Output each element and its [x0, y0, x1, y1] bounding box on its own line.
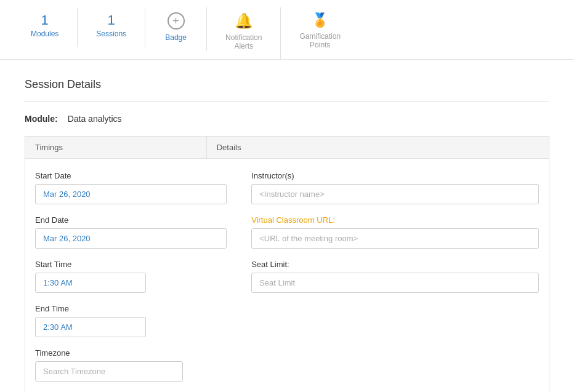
badge-label: Badge — [165, 33, 187, 42]
start-time-input[interactable] — [35, 273, 146, 293]
table-header: Timings Details — [25, 136, 549, 159]
medal-icon: 🏅 — [312, 12, 328, 28]
nav-item-badge[interactable]: + Badge — [145, 7, 207, 50]
badge-add-icon: + — [168, 12, 185, 30]
timezone-input[interactable] — [35, 361, 183, 382]
modules-count: 1 — [41, 12, 49, 28]
instructors-input[interactable] — [251, 184, 539, 204]
start-date-input[interactable] — [35, 184, 227, 204]
nav-item-modules[interactable]: 1 Modules — [12, 7, 78, 47]
details-header: Details — [207, 137, 549, 158]
end-date-input[interactable] — [35, 228, 227, 249]
sessions-label: Sessions — [96, 30, 126, 38]
seat-limit-group: Seat Limit: — [251, 260, 539, 293]
section-title: Session Details — [25, 78, 549, 91]
title-divider — [25, 101, 549, 102]
end-time-label: End Time — [35, 304, 227, 313]
timezone-group: Timezone — [35, 348, 227, 382]
start-time-group: Start Time — [35, 260, 227, 293]
modules-label: Modules — [31, 30, 59, 38]
top-nav: 1 Modules 1 Sessions + Badge 🔔 Notificat… — [0, 0, 574, 60]
end-date-group: End Date — [35, 215, 227, 249]
seat-limit-input[interactable] — [251, 273, 539, 293]
start-date-label: Start Date — [35, 171, 227, 180]
main-content: Session Details Module: Data analytics T… — [0, 60, 574, 392]
module-value: Data analytics — [68, 114, 122, 124]
nav-item-notification-alerts[interactable]: 🔔 Notification Alerts — [207, 7, 281, 59]
notification-alerts-label: Notification Alerts — [225, 33, 262, 50]
nav-item-sessions[interactable]: 1 Sessions — [78, 7, 145, 47]
nav-item-gamification-points[interactable]: 🏅 Gamification Points — [281, 7, 359, 58]
module-label: Module: — [25, 114, 58, 124]
module-row: Module: Data analytics — [25, 114, 549, 124]
virtual-url-input[interactable] — [251, 228, 539, 249]
sessions-count: 1 — [108, 12, 115, 28]
virtual-url-label: Virtual Classroom URL: — [251, 215, 539, 225]
start-date-group: Start Date — [35, 171, 227, 204]
instructors-label: Instructor(s) — [251, 171, 539, 180]
instructors-group: Instructor(s) — [251, 171, 539, 204]
gamification-points-label: Gamification Points — [299, 32, 341, 49]
bell-icon: 🔔 — [235, 12, 253, 30]
form-right: Instructor(s) Virtual Classroom URL: Sea… — [251, 171, 539, 392]
end-date-label: End Date — [35, 215, 227, 225]
end-time-group: End Time — [35, 304, 227, 337]
start-time-label: Start Time — [35, 260, 227, 269]
timings-header: Timings — [25, 137, 207, 158]
virtual-url-group: Virtual Classroom URL: — [251, 215, 539, 249]
timezone-label: Timezone — [35, 348, 227, 358]
form-left: Start Date End Date Start Time End Time … — [35, 171, 227, 392]
form-area: Start Date End Date Start Time End Time … — [25, 159, 549, 392]
end-time-input[interactable] — [35, 317, 146, 337]
seat-limit-label: Seat Limit: — [251, 260, 539, 269]
